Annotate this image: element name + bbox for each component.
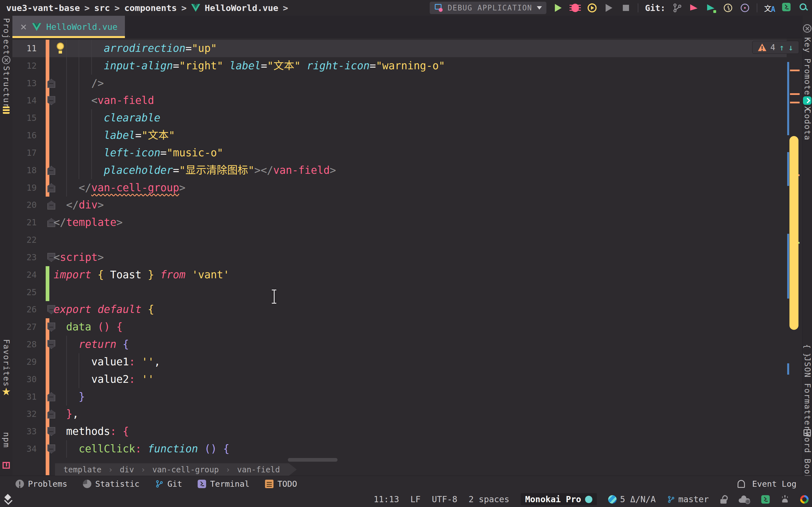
local-history-button[interactable] bbox=[723, 3, 733, 13]
code-text: <script> bbox=[54, 249, 104, 266]
line-number: 22 bbox=[12, 231, 37, 249]
run-button[interactable] bbox=[553, 3, 563, 13]
update-project-button[interactable] bbox=[689, 3, 699, 13]
code-line[interactable]: 24import { Toast } from 'vant' bbox=[12, 266, 786, 284]
breadcrumb-div[interactable]: div bbox=[120, 465, 134, 474]
statusbar-todo-button[interactable]: TODO bbox=[265, 479, 297, 489]
breadcrumb-van-cell-group[interactable]: van-cell-group bbox=[152, 465, 219, 474]
statistic-indicator[interactable]: 5 Δ/N/A bbox=[608, 494, 656, 504]
code-line[interactable]: 12 input-align="right" label="文本" right-… bbox=[12, 57, 786, 75]
code-line[interactable]: 26export default { bbox=[12, 301, 786, 318]
code-line[interactable]: 25 bbox=[12, 284, 786, 301]
json-formatter-icon[interactable]: { } bbox=[803, 344, 811, 357]
line-number: 20 bbox=[12, 196, 37, 214]
warning-stripe-mark[interactable] bbox=[790, 102, 800, 103]
stop-button[interactable] bbox=[621, 3, 631, 13]
codota-status-icon[interactable] bbox=[761, 495, 770, 504]
code-line[interactable]: 19 </van-cell-group> bbox=[12, 179, 786, 196]
sidebar-item-word-book[interactable]: Word Book bbox=[803, 432, 812, 480]
git-branch-icon[interactable] bbox=[672, 3, 682, 13]
lamp-icon[interactable] bbox=[781, 495, 789, 504]
git-branch-indicator[interactable]: master bbox=[667, 494, 709, 504]
statusbar-problems-button[interactable]: Problems bbox=[15, 479, 67, 489]
run-configuration-selector[interactable]: DEBUG APPLICATION bbox=[430, 2, 546, 14]
statusbar-statistic-button[interactable]: Statistic bbox=[83, 479, 140, 489]
vertical-scrollbar[interactable] bbox=[790, 136, 799, 330]
caret-position[interactable]: 11:13 bbox=[373, 494, 399, 504]
warning-stripe-mark[interactable] bbox=[790, 69, 800, 71]
code-line[interactable]: 11 arrodirection="up" bbox=[12, 40, 786, 57]
breadcrumb-template[interactable]: template bbox=[63, 465, 101, 474]
tab-helloworld-vue[interactable]: HelloWorld.vue bbox=[12, 16, 125, 38]
google-icon[interactable] bbox=[800, 495, 809, 504]
breadcrumb-van-field[interactable]: van-field bbox=[237, 465, 280, 474]
sidebar-item-project[interactable]: Project bbox=[2, 18, 11, 55]
line-number: 21 bbox=[12, 214, 37, 231]
translate-icon[interactable]: 文A bbox=[764, 3, 775, 13]
sidebar-item-favorites[interactable]: Favorites bbox=[2, 339, 11, 387]
vcs-stripe-mark bbox=[787, 363, 789, 375]
code-line[interactable]: 21</template> bbox=[12, 214, 786, 231]
vcs-stripe-mark bbox=[787, 62, 789, 135]
code-line[interactable]: 32 }, bbox=[12, 405, 786, 423]
favorites-star-icon[interactable] bbox=[2, 388, 10, 396]
code-line[interactable]: 31 } bbox=[12, 388, 786, 406]
push-button[interactable] bbox=[706, 3, 716, 13]
line-number: 30 bbox=[12, 371, 37, 388]
line-number: 31 bbox=[12, 388, 37, 406]
statusbar-terminal-button[interactable]: Terminal bbox=[198, 479, 250, 489]
code-area[interactable]: 11 arrodirection="up"12 input-align="rig… bbox=[12, 38, 786, 476]
line-ending-indicator[interactable]: LF bbox=[410, 494, 421, 504]
breadcrumb-file[interactable]: HelloWorld.vue bbox=[205, 3, 278, 13]
search-everywhere-icon[interactable] bbox=[799, 3, 809, 13]
code-line[interactable]: 16 label="文本" bbox=[12, 127, 786, 144]
sidebar-item-json-formatter[interactable]: JSON Formatter bbox=[803, 356, 812, 431]
code-text: methods: { bbox=[54, 423, 129, 440]
line-number: 17 bbox=[12, 144, 37, 162]
error-stripe[interactable] bbox=[786, 38, 802, 476]
warning-stripe-mark[interactable] bbox=[790, 93, 800, 95]
breadcrumb-project[interactable]: vue3-vant-base bbox=[6, 3, 80, 13]
code-line[interactable]: 17 left-icon="music-o" bbox=[12, 144, 786, 162]
close-icon[interactable] bbox=[20, 23, 27, 31]
code-text: input-align="right" label="文本" right-ico… bbox=[54, 57, 445, 75]
breadcrumb-src[interactable]: src bbox=[94, 3, 110, 13]
event-log-button[interactable]: Event Log bbox=[738, 479, 797, 489]
codota-icon[interactable] bbox=[803, 96, 811, 105]
rollback-button[interactable] bbox=[740, 3, 750, 13]
project-icon[interactable] bbox=[2, 56, 10, 64]
npm-icon[interactable] bbox=[3, 462, 10, 469]
sidebar-item-codota[interactable]: Codota bbox=[803, 109, 812, 140]
sidebar-item-npm[interactable]: npm bbox=[2, 432, 11, 448]
statusbar-git-button[interactable]: Git bbox=[155, 479, 182, 489]
run-config-name: DEBUG APPLICATION bbox=[448, 4, 532, 12]
code-line[interactable]: 15 clearable bbox=[12, 109, 786, 127]
code-line[interactable]: 34 cellClick: function () { bbox=[12, 440, 786, 458]
cloud-settings-icon[interactable] bbox=[739, 496, 750, 503]
prev-warning-arrow-icon[interactable]: ↑ bbox=[779, 43, 784, 52]
lock-icon[interactable] bbox=[720, 495, 727, 504]
code-line[interactable]: 20 </div> bbox=[12, 196, 786, 214]
theme-indicator[interactable]: Monokai Pro bbox=[521, 493, 597, 505]
key-promoter-icon[interactable] bbox=[803, 24, 811, 33]
code-line[interactable]: 22 bbox=[12, 231, 786, 249]
indent-indicator[interactable]: 2 spaces bbox=[469, 494, 509, 504]
code-line[interactable]: 28 return { bbox=[12, 336, 786, 353]
code-line[interactable]: 18 placeholder="显示清除图标"></van-field> bbox=[12, 162, 786, 179]
code-line[interactable]: 13 /> bbox=[12, 75, 786, 92]
code-line[interactable]: 29 value1: '', bbox=[12, 353, 786, 371]
code-line[interactable]: 33 methods: { bbox=[12, 423, 786, 440]
run-with-coverage-button[interactable] bbox=[587, 3, 597, 13]
active-tab-indicator bbox=[12, 36, 125, 38]
debug-button[interactable] bbox=[570, 3, 580, 13]
code-line[interactable]: 30 value2: '' bbox=[12, 371, 786, 388]
breadcrumb-components[interactable]: components bbox=[124, 3, 177, 13]
terminal-plugin-icon[interactable] bbox=[782, 3, 792, 13]
tool-windows-toggle-icon[interactable] bbox=[4, 494, 13, 504]
run-disabled-button[interactable] bbox=[604, 3, 614, 13]
encoding-indicator[interactable]: UTF-8 bbox=[432, 494, 457, 504]
structure-icon[interactable] bbox=[3, 107, 10, 114]
code-line[interactable]: 14 <van-field bbox=[12, 92, 786, 109]
code-line[interactable]: 23<script> bbox=[12, 249, 786, 266]
code-line[interactable]: 27 data () { bbox=[12, 318, 786, 336]
